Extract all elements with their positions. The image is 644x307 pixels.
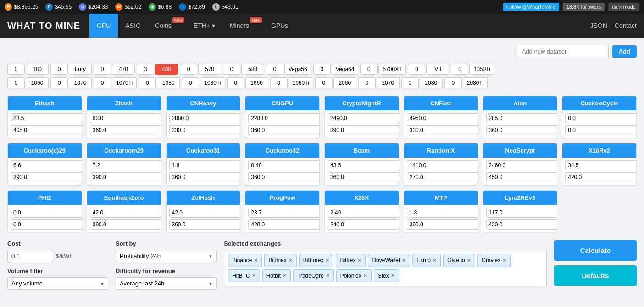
algo-card-header[interactable]: X16Rv2 (562, 143, 636, 158)
gpu-count-input[interactable] (315, 77, 333, 88)
nav-asic[interactable]: ASIC (118, 14, 148, 38)
gpu-count-input[interactable] (408, 64, 425, 75)
algo-hashrate-input[interactable] (169, 113, 241, 123)
gpu-count-input[interactable] (358, 77, 376, 88)
algo-card-header[interactable]: Cuckaroom29 (87, 143, 161, 158)
algo-card-header[interactable]: Ethash (8, 96, 82, 110)
algo-hashrate-input[interactable] (407, 113, 478, 123)
follow-button[interactable]: Follow @WhatToMine (503, 3, 559, 11)
dataset-input[interactable] (517, 45, 609, 58)
algo-hashrate-input[interactable] (90, 160, 161, 170)
exchange-remove-button[interactable]: ✕ (326, 273, 330, 279)
algo-card-header[interactable]: Aion (483, 96, 557, 110)
algo-power-input[interactable] (248, 172, 320, 182)
algo-card-header[interactable]: RandomX (404, 143, 478, 158)
algo-card-header[interactable]: Cuckaroo(d)29 (8, 143, 82, 158)
exchange-remove-button[interactable]: ✕ (289, 258, 293, 263)
exchange-remove-button[interactable]: ✕ (433, 258, 437, 263)
algo-power-input[interactable] (169, 219, 241, 230)
algo-power-input[interactable] (407, 125, 478, 135)
algo-hashrate-input[interactable] (565, 160, 637, 170)
algo-card-header[interactable]: NeoScrypt (483, 143, 557, 158)
algo-hashrate-input[interactable] (248, 113, 320, 123)
nav-contact[interactable]: Contact (615, 22, 637, 29)
algo-power-input[interactable] (90, 219, 161, 230)
nav-miners[interactable]: Miners New (222, 14, 264, 38)
exchange-remove-button[interactable]: ✕ (402, 258, 406, 263)
gpu-count-input[interactable] (223, 64, 240, 75)
algo-hashrate-input[interactable] (328, 208, 399, 218)
gpu-count-input[interactable] (94, 77, 111, 88)
algo-power-input[interactable] (248, 125, 320, 135)
algo-hashrate-input[interactable] (328, 113, 399, 123)
gpu-count-input[interactable] (7, 77, 25, 88)
algo-power-input[interactable] (328, 125, 399, 135)
algo-power-input[interactable] (90, 125, 161, 135)
algo-hashrate-input[interactable] (169, 160, 241, 170)
algo-power-input[interactable] (407, 219, 478, 230)
algo-card-header[interactable]: Lyra2REv3 (483, 191, 557, 205)
gpu-count-input[interactable] (180, 64, 197, 75)
add-dataset-button[interactable]: Add (612, 45, 637, 58)
exchange-remove-button[interactable]: ✕ (357, 258, 361, 263)
gpu-count-input[interactable] (137, 64, 154, 75)
algo-hashrate-input[interactable] (11, 113, 82, 123)
algo-power-input[interactable] (486, 219, 558, 230)
defaults-button[interactable]: Defaults (554, 265, 637, 286)
calculate-button[interactable]: Calculate (554, 240, 637, 261)
gpu-count-input[interactable] (451, 64, 468, 75)
nav-eth-plus[interactable]: ETH+ ▾ (186, 14, 222, 38)
algo-hashrate-input[interactable] (169, 208, 241, 218)
algo-hashrate-input[interactable] (90, 113, 161, 123)
algo-hashrate-input[interactable] (248, 208, 320, 218)
algo-card-header[interactable]: CryptoNightR (325, 96, 399, 110)
algo-card-header[interactable]: Cuckatoo31 (167, 143, 240, 158)
algo-card-header[interactable]: ZelHash (167, 191, 240, 205)
exchange-remove-button[interactable]: ✕ (502, 258, 506, 263)
gpu-count-input[interactable] (50, 64, 68, 75)
gpu-count-input[interactable] (139, 77, 156, 88)
algo-power-input[interactable] (11, 172, 82, 182)
algo-power-input[interactable] (169, 172, 241, 182)
algo-power-input[interactable] (407, 172, 478, 182)
algo-power-input[interactable] (486, 172, 558, 182)
algo-power-input[interactable] (328, 219, 399, 230)
exchange-remove-button[interactable]: ✕ (467, 258, 471, 263)
gpu-count-input[interactable] (227, 77, 244, 88)
gpu-count-input[interactable] (94, 64, 111, 75)
sortby-select[interactable]: Profitability 24h (116, 250, 217, 262)
exchange-remove-button[interactable]: ✕ (254, 258, 258, 263)
algo-card-header[interactable]: Zhash (87, 96, 161, 110)
algo-hashrate-input[interactable] (11, 160, 82, 170)
exchange-remove-button[interactable]: ✕ (363, 273, 367, 279)
gpu-count-input[interactable] (270, 77, 288, 88)
algo-hashrate-input[interactable] (328, 160, 399, 170)
algo-card-header[interactable]: Cuckatoo32 (245, 143, 319, 158)
difficulty-select[interactable]: Average last 24h (116, 277, 217, 290)
algo-hashrate-input[interactable] (486, 160, 558, 170)
algo-hashrate-input[interactable] (486, 208, 558, 218)
algo-power-input[interactable] (565, 172, 637, 182)
algo-card-header[interactable]: X25X (325, 191, 399, 205)
algo-power-input[interactable] (328, 172, 399, 182)
nav-json[interactable]: JSON (590, 22, 607, 29)
gpu-count-input[interactable] (266, 64, 283, 75)
algo-card-header[interactable]: Beam (325, 143, 399, 158)
exchange-remove-button[interactable]: ✕ (391, 273, 395, 279)
algo-card-header[interactable]: ProgPow (245, 191, 319, 205)
gpu-count-input[interactable] (444, 77, 462, 88)
gpu-count-input[interactable] (401, 77, 419, 88)
algo-hashrate-input[interactable] (11, 208, 82, 218)
algo-power-input[interactable] (11, 125, 82, 135)
algo-hashrate-input[interactable] (407, 208, 478, 218)
algo-hashrate-input[interactable] (90, 208, 161, 218)
volume-select[interactable]: Any volume (7, 277, 108, 290)
algo-hashrate-input[interactable] (486, 113, 558, 123)
algo-power-input[interactable] (11, 219, 82, 230)
algo-power-input[interactable] (565, 125, 637, 135)
algo-hashrate-input[interactable] (407, 160, 478, 170)
cost-input[interactable] (7, 250, 53, 262)
algo-card-header[interactable]: MTP (404, 191, 478, 205)
algo-card-header[interactable]: PHI2 (8, 191, 82, 205)
algo-hashrate-input[interactable] (248, 160, 320, 170)
